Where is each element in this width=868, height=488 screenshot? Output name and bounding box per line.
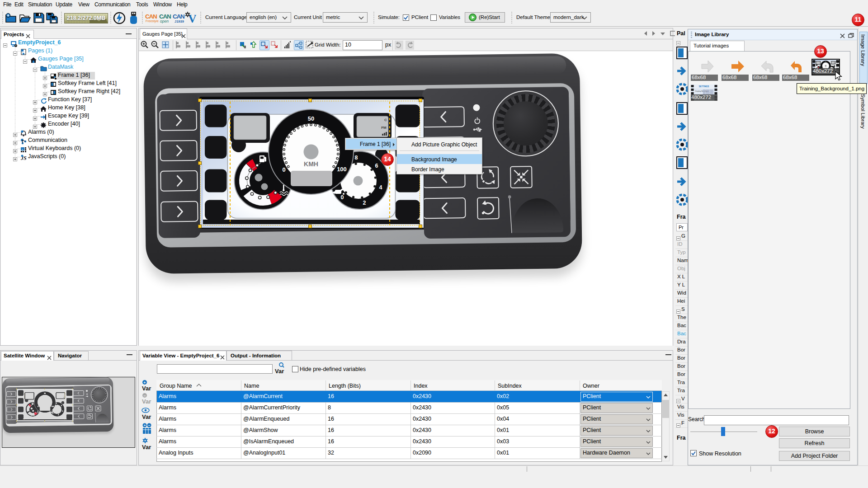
- svg-text:*: *: [15, 44, 17, 47]
- svg-text:+: +: [22, 148, 24, 150]
- svg-text:+: +: [143, 380, 146, 385]
- svg-text:50: 50: [825, 61, 826, 62]
- svg-text:Var: Var: [142, 413, 151, 420]
- svg-text:−: −: [148, 423, 151, 427]
- svg-text:−: −: [143, 394, 146, 398]
- svg-text:Display Backlight: Display Backlight: [695, 90, 709, 92]
- svg-text:Var: Var: [142, 398, 151, 405]
- svg-text:Var: Var: [275, 368, 284, 375]
- svg-text:Var: Var: [142, 385, 151, 392]
- svg-text:FM: FM: [834, 62, 835, 63]
- svg-text:+: +: [144, 423, 146, 427]
- svg-text:SETTINGS: SETTINGS: [699, 85, 709, 88]
- svg-text:Var: Var: [142, 444, 151, 450]
